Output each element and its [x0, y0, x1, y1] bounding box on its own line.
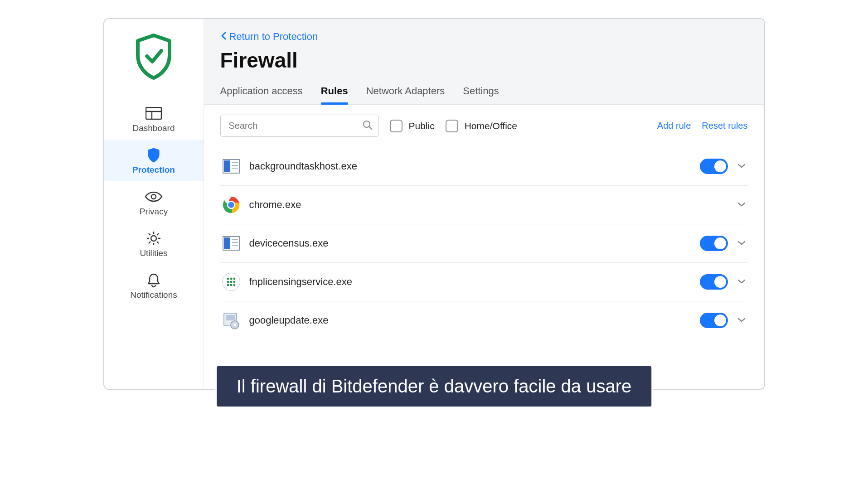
page-header: Return to Protection Firewall Applicatio… [204, 19, 764, 105]
dots-grid-icon [222, 273, 240, 291]
app-window-icon [222, 157, 240, 175]
tab-rules[interactable]: Rules [321, 81, 348, 104]
svg-line-11 [149, 242, 150, 243]
sidebar-item-privacy[interactable]: Privacy [104, 181, 204, 223]
sidebar-nav: Dashboard Protection Privacy [104, 98, 204, 306]
rule-toggle[interactable] [700, 159, 728, 174]
svg-point-35 [230, 284, 232, 286]
rules-toolbar: Public Home/Office Add rule Reset rules [204, 105, 764, 147]
chrome-icon [222, 196, 240, 214]
tab-settings[interactable]: Settings [463, 81, 499, 104]
svg-point-34 [227, 284, 229, 286]
sidebar-item-protection[interactable]: Protection [104, 140, 204, 181]
chevron-left-icon [220, 32, 227, 42]
svg-point-40 [233, 324, 236, 326]
svg-rect-38 [226, 315, 235, 320]
eye-icon [145, 189, 163, 204]
sidebar-item-notifications[interactable]: Notifications [104, 265, 204, 306]
rule-toggle-empty [700, 197, 728, 213]
shield-check-icon [145, 148, 163, 162]
rule-name: googleupdate.exe [249, 315, 691, 326]
rule-toggle[interactable] [700, 274, 728, 290]
chevron-down-icon[interactable] [737, 201, 746, 209]
filter-home-office: Home/Office [446, 120, 517, 132]
sidebar-item-label: Notifications [130, 290, 177, 300]
svg-line-12 [157, 233, 159, 235]
gear-icon [145, 231, 163, 246]
svg-point-32 [230, 281, 232, 283]
rule-row: chrome.exe [220, 185, 748, 224]
sidebar-item-utilities[interactable]: Utilities [104, 223, 204, 265]
app-logo-shield-icon [133, 33, 174, 80]
main-panel: Return to Protection Firewall Applicatio… [204, 19, 764, 389]
chevron-down-icon[interactable] [737, 316, 746, 324]
rule-row: devicecensus.exe [220, 224, 748, 262]
rule-name: devicecensus.exe [249, 237, 691, 249]
sidebar-item-label: Utilities [140, 248, 167, 258]
svg-rect-0 [146, 107, 161, 119]
chevron-down-icon[interactable] [737, 239, 746, 247]
svg-line-14 [369, 126, 372, 129]
tabs: Application access Rules Network Adapter… [220, 81, 748, 104]
app-window: Dashboard Protection Privacy [103, 18, 765, 390]
app-window-icon [222, 234, 240, 252]
rule-name: chrome.exe [249, 199, 691, 211]
back-link-label: Return to Protection [229, 31, 318, 43]
bell-icon [145, 273, 163, 287]
svg-point-4 [151, 236, 156, 241]
back-to-protection-link[interactable]: Return to Protection [220, 31, 318, 43]
svg-point-36 [233, 284, 235, 286]
sidebar-item-dashboard[interactable]: Dashboard [104, 98, 204, 140]
public-checkbox[interactable] [390, 120, 402, 132]
rule-row: backgroundtaskhost.exe [220, 147, 748, 185]
home-office-label: Home/Office [465, 121, 517, 131]
tab-application-access[interactable]: Application access [220, 81, 303, 104]
svg-point-3 [151, 194, 156, 199]
search-icon [363, 120, 373, 132]
filter-public: Public [390, 120, 435, 132]
rule-name: fnplicensingservice.exe [249, 276, 691, 288]
rule-row: googleupdate.exe [220, 301, 748, 339]
search-input[interactable] [220, 115, 379, 137]
svg-point-29 [230, 278, 232, 280]
dashboard-icon [145, 106, 163, 121]
tab-network-adapters[interactable]: Network Adapters [366, 81, 445, 104]
add-rule-button[interactable]: Add rule [657, 121, 691, 131]
svg-point-33 [233, 281, 235, 283]
rule-toggle[interactable] [700, 236, 728, 251]
chevron-down-icon[interactable] [737, 162, 746, 170]
svg-line-9 [149, 233, 150, 235]
chevron-down-icon[interactable] [737, 278, 746, 286]
svg-rect-16 [224, 160, 230, 172]
rule-row: fnplicensingservice.exe [220, 262, 748, 301]
reset-rules-button[interactable]: Reset rules [702, 121, 747, 131]
rules-list: backgroundtaskhost.exe chrome.exe [204, 147, 764, 339]
rule-toggle[interactable] [700, 313, 728, 328]
svg-point-30 [233, 278, 235, 280]
sidebar-item-label: Privacy [140, 207, 168, 217]
installer-box-icon [222, 311, 240, 329]
svg-rect-24 [224, 237, 230, 249]
public-label: Public [409, 121, 435, 131]
svg-point-31 [227, 281, 229, 283]
svg-point-28 [227, 278, 229, 280]
search-box [220, 115, 379, 137]
sidebar-item-label: Protection [132, 165, 175, 175]
sidebar: Dashboard Protection Privacy [104, 19, 204, 389]
svg-line-10 [157, 242, 159, 243]
home-office-checkbox[interactable] [446, 120, 458, 132]
overlay-caption: Il firewall di Bitdefender è davvero fac… [215, 365, 653, 408]
rule-name: backgroundtaskhost.exe [249, 160, 691, 172]
sidebar-item-label: Dashboard [133, 123, 175, 133]
page-title: Firewall [220, 48, 748, 73]
